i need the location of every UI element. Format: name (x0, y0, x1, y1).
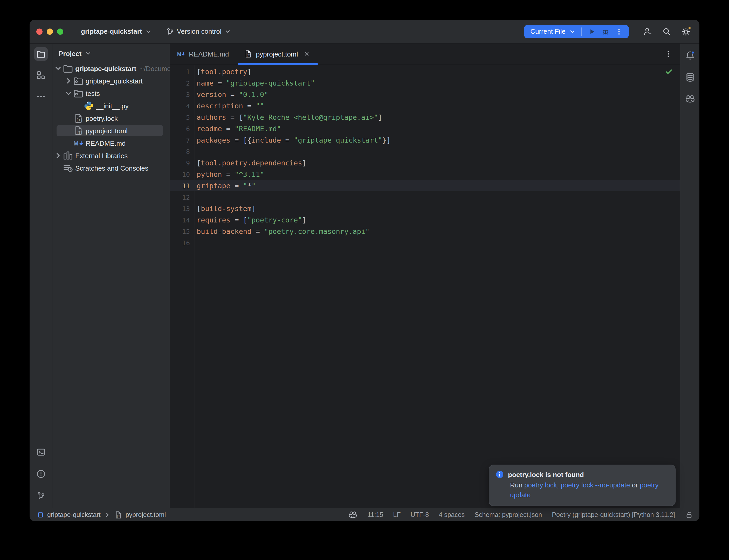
copilot-status-icon[interactable] (348, 510, 358, 519)
settings-button[interactable] (679, 24, 693, 39)
tree-item-tests[interactable]: tests (52, 87, 170, 100)
code-text: [tool.poetry] (190, 67, 251, 76)
add-user-icon (643, 27, 652, 36)
project-selector[interactable]: griptape-quickstart (81, 27, 152, 35)
code-line-3[interactable]: 3version = "0.1.0" (170, 89, 680, 100)
window-controls (36, 28, 63, 34)
structure-tool-window-button[interactable] (34, 68, 47, 82)
tree-item-readme-md[interactable]: MREADME.md (52, 137, 170, 149)
code-line-7[interactable]: 7packages = [{include = "griptape_quicks… (170, 134, 680, 146)
run-button[interactable] (585, 26, 599, 37)
vcs-selector[interactable]: Version control (166, 27, 231, 36)
project-panel-header[interactable]: Project (52, 46, 170, 61)
code-lines: 1[tool.poetry]2name = "griptape-quicksta… (170, 66, 680, 248)
code-with-me-button[interactable] (640, 24, 655, 39)
main-area: Project griptape-quickstart~/Documegript… (30, 44, 699, 508)
code-editor[interactable]: 1[tool.poetry]2name = "griptape-quicksta… (170, 65, 680, 508)
notification-text: or (630, 481, 640, 489)
database-tool-window-button[interactable] (683, 71, 697, 84)
version-control-tool-window-button[interactable] (34, 489, 47, 502)
tree-item-external-libraries[interactable]: External Libraries (52, 149, 170, 162)
terminal-icon (36, 447, 45, 457)
notification-text: Run (510, 481, 524, 489)
line-number: 15 (170, 227, 190, 235)
inspections-ok-icon[interactable] (665, 67, 673, 76)
tree-item-griptape-quickstart[interactable]: griptape_quickstart (52, 75, 170, 87)
tree-item-label: pyproject.toml (86, 127, 128, 135)
clock-widget[interactable]: 11:15 (368, 511, 384, 518)
close-tab-icon[interactable] (303, 50, 310, 58)
zoom-window-button[interactable] (57, 28, 63, 34)
more-tool-windows-button[interactable] (34, 90, 47, 103)
notification-body: Run poetry lock, poetry lock --no-update… (510, 480, 666, 500)
interpreter-widget[interactable]: Poetry (griptape-quickstart) [Python 3.1… (552, 511, 675, 518)
notification-link-poetry-lock-no-update[interactable]: poetry lock --no-update (561, 481, 630, 489)
warning-circle-icon (36, 469, 45, 479)
code-line-1[interactable]: 1[tool.poetry] (170, 66, 680, 77)
run-widget-divider (581, 27, 582, 36)
git-branch-icon (166, 27, 174, 36)
code-line-2[interactable]: 2name = "griptape-quickstart" (170, 77, 680, 89)
project-tool-window-button[interactable] (34, 47, 47, 61)
code-line-8[interactable]: 8 (170, 146, 680, 157)
run-configuration-label: Current File (530, 27, 566, 35)
notifications-button[interactable] (683, 49, 697, 62)
code-line-5[interactable]: 5authors = ["Kyle Roche <hello@griptape.… (170, 111, 680, 123)
line-number: 13 (170, 205, 190, 212)
info-icon (496, 470, 504, 479)
search-everywhere-button[interactable] (660, 24, 674, 39)
libraries-icon (63, 150, 73, 161)
line-number: 3 (170, 90, 190, 98)
tree-item-griptape-quickstart[interactable]: griptape-quickstart~/Docume (52, 62, 170, 75)
tab-options-icon[interactable] (664, 50, 672, 58)
tab-pyproject[interactable]: [T] pyproject.toml (237, 44, 319, 64)
encoding-widget[interactable]: UTF-8 (411, 511, 429, 518)
chevron-down-icon[interactable] (53, 64, 63, 73)
tab-readme[interactable]: M README.md (170, 44, 237, 64)
line-number: 4 (170, 102, 190, 110)
breadcrumb-file[interactable]: pyproject.toml (126, 511, 166, 518)
line-number: 11 (170, 182, 190, 190)
run-widget: Current File (524, 25, 629, 38)
scratches-icon (63, 163, 73, 173)
run-configuration-selector[interactable]: Current File (530, 27, 576, 35)
line-number: 12 (170, 193, 190, 201)
code-line-16[interactable]: 16 (170, 237, 680, 248)
tree-item-pyproject-toml[interactable]: [T]pyproject.toml (52, 124, 170, 137)
code-text: name = "griptape-quickstart" (190, 79, 315, 87)
settings-notification-badge (688, 26, 692, 30)
minimize-window-button[interactable] (47, 28, 53, 34)
tree-item-init-py[interactable]: __init__.py (52, 100, 170, 112)
terminal-tool-window-button[interactable] (34, 445, 47, 459)
breadcrumb-project[interactable]: griptape-quickstart (47, 511, 101, 518)
tree-item-label: External Libraries (75, 152, 128, 159)
code-line-9[interactable]: 9[tool.poetry.dependencies] (170, 157, 680, 169)
chevron-right-icon[interactable] (64, 76, 73, 86)
structure-icon (36, 71, 45, 80)
code-line-14[interactable]: 14requires = ["poetry-core"] (170, 214, 680, 226)
problems-tool-window-button[interactable] (34, 467, 47, 481)
tree-item-poetry-lock[interactable]: [T]poetry.lock (52, 112, 170, 124)
more-run-options-button[interactable] (612, 26, 626, 37)
ai-assistant-button[interactable] (683, 92, 697, 106)
tree-item-scratches-and-consoles[interactable]: Scratches and Consoles (52, 162, 170, 174)
schema-widget[interactable]: Schema: pyproject.json (475, 511, 542, 518)
code-line-12[interactable]: 12 (170, 191, 680, 203)
close-window-button[interactable] (36, 28, 43, 34)
title-bar: griptape-quickstart Version control Curr… (30, 20, 699, 44)
chevron-down-icon[interactable] (64, 89, 73, 98)
pycharm-window: griptape-quickstart Version control Curr… (30, 20, 699, 521)
code-line-11[interactable]: 11griptape = "*" (170, 180, 680, 191)
code-line-10[interactable]: 10python = "^3.11" (170, 169, 680, 180)
unlock-icon[interactable] (685, 510, 693, 519)
code-line-15[interactable]: 15build-backend = "poetry.core.masonry.a… (170, 226, 680, 237)
line-separator-widget[interactable]: LF (393, 511, 401, 518)
chevron-right-icon[interactable] (53, 151, 63, 160)
notification-link-poetry-lock[interactable]: poetry lock (524, 481, 557, 489)
code-line-6[interactable]: 6readme = "README.md" (170, 123, 680, 134)
debug-button[interactable] (599, 26, 612, 37)
indent-widget[interactable]: 4 spaces (439, 511, 465, 518)
code-line-13[interactable]: 13[build-system] (170, 203, 680, 214)
code-line-4[interactable]: 4description = "" (170, 100, 680, 111)
line-number: 5 (170, 113, 190, 121)
